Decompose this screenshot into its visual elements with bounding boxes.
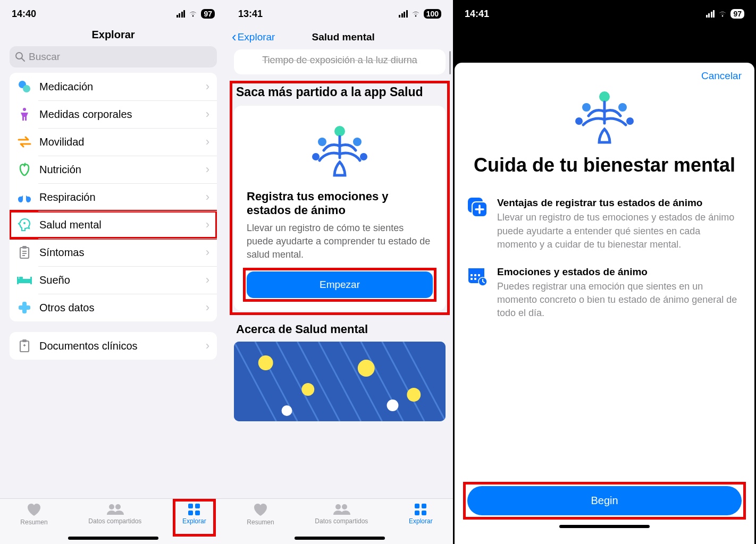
section-heading: Saca más partido a la app Salud xyxy=(234,84,446,106)
svg-rect-13 xyxy=(30,277,32,284)
svg-rect-40 xyxy=(422,504,426,508)
body-icon xyxy=(17,107,32,121)
tab-datos-compartidos[interactable]: Datos compartidos xyxy=(88,503,141,525)
svg-rect-53 xyxy=(474,274,476,276)
row-sueno[interactable]: Sueño › xyxy=(10,266,217,294)
tab-explorar[interactable]: Explorar xyxy=(182,503,206,525)
svg-rect-21 xyxy=(188,504,193,508)
svg-point-4 xyxy=(23,108,26,111)
svg-point-20 xyxy=(115,504,121,509)
signal-icon xyxy=(177,10,186,18)
info-body: Puedes registrar una emoción que sientes… xyxy=(497,280,742,320)
chevron-right-icon: › xyxy=(206,218,209,232)
svg-point-5 xyxy=(23,222,26,224)
back-chevron-icon[interactable]: ‹ xyxy=(232,29,237,45)
status-time: 14:40 xyxy=(12,8,36,20)
chevron-right-icon: › xyxy=(206,135,209,149)
svg-line-1 xyxy=(22,58,24,61)
screen-onboarding-sheet: 14:41 97 Cancelar Cuida de tu bienestar … xyxy=(453,0,756,544)
search-input[interactable]: Buscar xyxy=(10,46,217,67)
wifi-icon xyxy=(188,10,198,18)
row-medicacion[interactable]: Medicación › xyxy=(10,73,217,100)
svg-point-26 xyxy=(318,138,326,146)
home-indicator[interactable] xyxy=(68,537,158,540)
svg-rect-23 xyxy=(188,511,193,515)
svg-rect-54 xyxy=(478,274,480,276)
screen-salud-mental: 13:41 100 ‹ Explorar Salud mental Tiempo… xyxy=(226,0,453,544)
scroll-indicator[interactable] xyxy=(449,51,451,74)
svg-point-25 xyxy=(334,126,345,137)
row-nutricion[interactable]: Nutrición › xyxy=(10,156,217,183)
article-image[interactable] xyxy=(234,342,446,421)
status-bar: 13:41 100 xyxy=(226,0,453,26)
signal-icon xyxy=(399,10,408,18)
svg-point-46 xyxy=(575,117,583,125)
svg-rect-51 xyxy=(468,268,484,273)
calendar-clock-icon xyxy=(467,266,488,286)
svg-point-29 xyxy=(360,153,367,160)
svg-rect-12 xyxy=(17,277,19,284)
svg-point-36 xyxy=(387,400,399,411)
chevron-right-icon: › xyxy=(206,190,209,204)
card-body: Llevar un registro de cómo te sientes pu… xyxy=(247,222,433,262)
screen-explore: 14:40 97 Explorar Buscar Medicación › Me… xyxy=(0,0,226,544)
row-medidas[interactable]: Medidas corporales › xyxy=(10,100,217,128)
svg-point-47 xyxy=(626,117,634,125)
other-icon xyxy=(17,301,32,314)
status-indicators: 100 xyxy=(399,9,441,19)
peek-card[interactable]: Tiempo de exposición a la luz diurna xyxy=(234,49,446,74)
svg-point-35 xyxy=(282,405,292,416)
medication-icon xyxy=(17,80,32,94)
sheet-title: Cuida de tu bienestar mental xyxy=(467,149,742,192)
card-heading: Registra tus emociones y estados de ánim… xyxy=(247,190,433,217)
svg-rect-52 xyxy=(471,274,473,276)
tab-resumen[interactable]: Resumen xyxy=(20,503,47,526)
row-movilidad[interactable]: Movilidad › xyxy=(10,128,217,156)
row-documentos-clinicos[interactable]: Documentos clínicos › xyxy=(10,332,217,360)
tab-explorar[interactable]: Explorar xyxy=(409,503,433,525)
heart-icon xyxy=(27,503,41,517)
status-time: 13:41 xyxy=(238,8,263,20)
row-otros-datos[interactable]: Otros datos › xyxy=(10,294,217,321)
tab-datos-compartidos[interactable]: Datos compartidos xyxy=(315,503,368,525)
cancel-button[interactable]: Cancelar xyxy=(701,70,742,82)
tab-resumen[interactable]: Resumen xyxy=(247,503,274,526)
plus-square-icon xyxy=(467,197,488,217)
empezar-button[interactable]: Empezar xyxy=(247,271,433,298)
begin-button[interactable]: Begin xyxy=(467,486,742,515)
row-sintomas[interactable]: Síntomas › xyxy=(10,239,217,266)
chevron-right-icon: › xyxy=(206,107,209,121)
battery-badge: 97 xyxy=(201,9,215,19)
category-list: Medicación › Medidas corporales › Movili… xyxy=(10,73,217,321)
status-indicators: 97 xyxy=(706,9,744,19)
svg-rect-56 xyxy=(474,278,476,280)
svg-rect-39 xyxy=(415,504,419,508)
row-salud-mental[interactable]: Salud mental › xyxy=(10,211,217,239)
status-time: 14:41 xyxy=(465,8,489,20)
svg-point-28 xyxy=(312,153,320,160)
svg-rect-14 xyxy=(19,277,23,279)
row-respiracion[interactable]: Respiración › xyxy=(10,183,217,211)
respiration-icon xyxy=(17,191,32,203)
search-placeholder: Buscar xyxy=(29,51,60,63)
nutrition-icon xyxy=(17,163,32,176)
svg-rect-18 xyxy=(22,339,27,342)
home-indicator[interactable] xyxy=(559,525,650,528)
symptoms-icon xyxy=(17,245,32,259)
page-title: Explorar xyxy=(0,26,226,46)
svg-rect-22 xyxy=(195,504,200,508)
svg-point-43 xyxy=(599,91,610,102)
svg-point-3 xyxy=(23,85,30,92)
onboarding-card: Registra tus emociones y estados de ánim… xyxy=(234,106,446,311)
svg-point-19 xyxy=(109,504,114,509)
nav-bar: ‹ Explorar Salud mental xyxy=(226,26,453,49)
heart-icon xyxy=(253,503,268,517)
svg-point-27 xyxy=(353,138,362,146)
svg-rect-55 xyxy=(471,278,473,280)
page-title: Salud mental xyxy=(239,31,448,43)
info-emotions: Emociones y estados de ánimo Puedes regi… xyxy=(467,261,742,330)
sleep-icon xyxy=(17,275,32,285)
home-indicator[interactable] xyxy=(295,537,385,540)
chevron-right-icon: › xyxy=(206,273,209,287)
info-benefits: Ventajas de registrar tus estados de áni… xyxy=(467,192,742,261)
